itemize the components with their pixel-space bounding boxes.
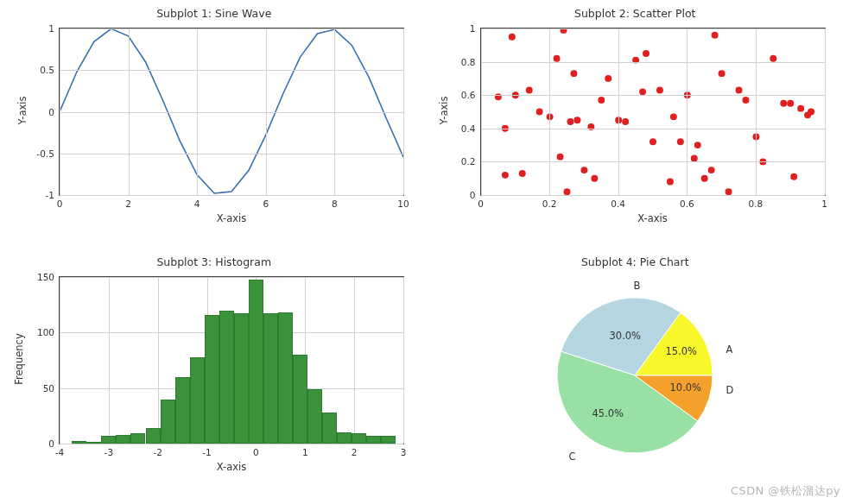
- hist-bar: [366, 436, 381, 444]
- hist-bar: [72, 441, 86, 444]
- subplot-1-ylabel: Y-axis: [16, 97, 29, 125]
- subplot-3-histogram: Subplot 3: Histogram -4 -3 -2 -1 0 1 2 3…: [7, 255, 421, 497]
- hist-bar: [307, 389, 322, 444]
- subplot-2-scatter: Subplot 2: Scatter Plot 0 0.2 0.4 0.6 0.…: [428, 7, 843, 249]
- subplot-3-ylabel: Frequency: [13, 333, 25, 384]
- svg-point-20: [605, 75, 611, 82]
- svg-point-46: [790, 173, 797, 180]
- subplot-4-title: Subplot 4: Pie Chart: [428, 255, 843, 268]
- svg-point-29: [669, 113, 676, 120]
- svg-point-7: [535, 109, 542, 116]
- pie-label-A: A: [726, 343, 733, 356]
- subplot-2-axes: 0 0.2 0.4 0.6 0.8 1 0 0.2 0.4 0.6 0.8 1: [480, 28, 826, 196]
- svg-point-26: [649, 138, 656, 145]
- svg-point-36: [711, 32, 718, 39]
- hist-bar: [219, 311, 234, 444]
- hist-bar: [101, 436, 116, 444]
- svg-point-5: [518, 170, 525, 177]
- svg-point-32: [690, 155, 697, 162]
- svg-point-39: [735, 87, 742, 94]
- svg-point-43: [770, 55, 776, 62]
- svg-point-18: [591, 175, 598, 182]
- hist-bar: [175, 377, 190, 444]
- svg-point-15: [573, 117, 580, 123]
- pie-pct-D: 10.0%: [670, 381, 702, 394]
- svg-point-34: [700, 175, 707, 182]
- hist-bar: [278, 312, 293, 444]
- scatter-points: [481, 28, 825, 195]
- pie-pct-A: 15.0%: [666, 345, 698, 357]
- svg-point-19: [598, 97, 605, 104]
- subplot-1-title: Subplot 1: Sine Wave: [7, 7, 421, 20]
- subplot-1-axes: 0 2 4 6 8 10 -1 -0.5 0 0.5 1: [59, 28, 404, 196]
- svg-point-38: [725, 188, 732, 195]
- hist-bar: [337, 432, 352, 444]
- hist-bar: [146, 428, 161, 444]
- hist-bar: [205, 315, 219, 444]
- hist-bar: [249, 280, 263, 444]
- svg-point-44: [780, 100, 787, 107]
- svg-point-40: [742, 97, 749, 104]
- pie-label-C: C: [569, 450, 576, 463]
- subplot-1-sine: Subplot 1: Sine Wave 0 2 4 6 8 10: [7, 7, 421, 249]
- svg-point-16: [580, 167, 587, 173]
- svg-point-45: [787, 100, 794, 107]
- pie-pct-C: 45.0%: [592, 407, 624, 419]
- svg-point-6: [525, 87, 532, 94]
- watermark: CSDN @铁松溜达py: [731, 483, 840, 499]
- subplot-3-axes: -4 -3 -2 -1 0 1 2 3 0 50 100 150: [59, 276, 404, 444]
- svg-point-22: [622, 118, 629, 125]
- svg-point-24: [639, 88, 646, 95]
- pie-label-D: D: [726, 384, 734, 396]
- svg-point-33: [694, 142, 700, 148]
- svg-point-47: [797, 105, 804, 112]
- svg-point-10: [556, 154, 563, 161]
- hist-bar: [352, 433, 366, 444]
- subplot-3-title: Subplot 3: Histogram: [7, 255, 421, 268]
- subplot-3-xlabel: X-axis: [217, 461, 247, 473]
- svg-point-13: [567, 118, 573, 125]
- svg-point-12: [563, 188, 570, 195]
- pie-label-B: B: [634, 280, 641, 292]
- hist-bar: [190, 357, 205, 444]
- svg-point-49: [808, 109, 814, 116]
- hist-bar: [116, 435, 130, 444]
- svg-point-27: [656, 87, 662, 94]
- hist-bar: [293, 355, 307, 444]
- svg-point-35: [707, 167, 714, 173]
- subplot-1-xlabel: X-axis: [217, 212, 247, 224]
- hist-bar: [234, 313, 249, 444]
- svg-point-30: [676, 138, 683, 145]
- subplot-2-title: Subplot 2: Scatter Plot: [428, 7, 843, 20]
- hist-bar: [322, 413, 337, 444]
- subplot-4-pie: Subplot 4: Pie Chart A B C D 15.0% 30.0%…: [428, 255, 843, 497]
- hist-bar: [161, 400, 175, 444]
- hist-bar: [130, 433, 145, 444]
- hist-bar: [86, 442, 101, 444]
- svg-point-28: [666, 179, 673, 186]
- svg-point-9: [553, 55, 560, 62]
- svg-point-25: [643, 50, 649, 57]
- svg-point-3: [508, 34, 515, 41]
- svg-point-14: [570, 70, 577, 77]
- svg-point-1: [501, 172, 508, 179]
- hist-bar: [381, 436, 396, 444]
- svg-point-37: [718, 70, 725, 77]
- pie-pct-B: 30.0%: [610, 330, 642, 342]
- hist-bar: [263, 313, 278, 444]
- subplot-2-ylabel: Y-axis: [438, 97, 450, 125]
- pie-chart: [535, 276, 734, 475]
- subplot-2-xlabel: X-axis: [637, 212, 668, 224]
